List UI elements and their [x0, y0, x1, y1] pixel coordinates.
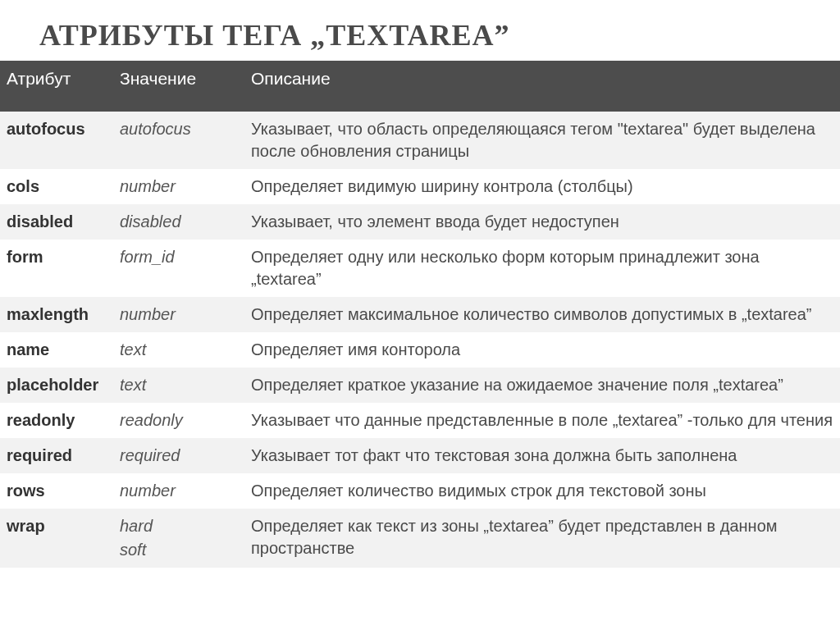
- col-description: Описание: [244, 61, 840, 112]
- table-row: maxlengthnumberОпределяет максимальное к…: [0, 297, 840, 332]
- col-attribute: Атрибут: [0, 61, 113, 112]
- cell-description: Определяет одну или несколько форм котор…: [244, 240, 840, 297]
- cell-value: hardsoft: [113, 509, 244, 568]
- cell-description: Определяет как текст из зоны „textarea” …: [244, 509, 840, 568]
- cell-value: form_id: [113, 240, 244, 297]
- cell-value-extra: soft: [120, 537, 238, 561]
- table-row: autofocusautofocusУказывает, что область…: [0, 112, 840, 169]
- cell-attribute: wrap: [0, 509, 113, 568]
- table-row: requiredrequiredУказывает тот факт что т…: [0, 438, 840, 473]
- cell-attribute: maxlength: [0, 297, 113, 332]
- slide-title: АТРИБУТЫ ТЕГА „TEXTAREA”: [0, 0, 840, 61]
- table-header-row: Атрибут Значение Описание: [0, 61, 840, 112]
- table-row: rowsnumberОпределяет количество видимых …: [0, 473, 840, 509]
- cell-description: Указывает что данные представленные в по…: [244, 403, 840, 438]
- table-row: wraphardsoftОпределяет как текст из зоны…: [0, 509, 840, 568]
- cell-attribute: cols: [0, 169, 113, 204]
- table-row: colsnumberОпределяет видимую ширину конт…: [0, 169, 840, 204]
- cell-value: required: [113, 438, 244, 473]
- cell-value: number: [113, 297, 244, 332]
- cell-description: Указывает, что элемент ввода будет недос…: [244, 204, 840, 240]
- table-row: disableddisabledУказывает, что элемент в…: [0, 204, 840, 240]
- cell-description: Определяет максимальное количество симво…: [244, 297, 840, 332]
- cell-description: Определяет количество видимых строк для …: [244, 473, 840, 509]
- cell-attribute: required: [0, 438, 113, 473]
- table-row: nametextОпределяет имя конторола: [0, 332, 840, 368]
- cell-attribute: placeholder: [0, 368, 113, 403]
- cell-attribute: readonly: [0, 403, 113, 438]
- cell-value: disabled: [113, 204, 244, 240]
- cell-description: Определяет краткое указание на ожидаемое…: [244, 368, 840, 403]
- col-value: Значение: [113, 61, 244, 112]
- cell-value: number: [113, 473, 244, 509]
- cell-description: Указывает, что область определяющаяся те…: [244, 112, 840, 169]
- cell-description: Определяет имя конторола: [244, 332, 840, 368]
- cell-attribute: disabled: [0, 204, 113, 240]
- cell-attribute: rows: [0, 473, 113, 509]
- table-row: placeholdertextОпределяет краткое указан…: [0, 368, 840, 403]
- cell-attribute: autofocus: [0, 112, 113, 169]
- cell-attribute: form: [0, 240, 113, 297]
- cell-value: readonly: [113, 403, 244, 438]
- attributes-table: Атрибут Значение Описание autofocusautof…: [0, 61, 840, 568]
- cell-value: autofocus: [113, 112, 244, 169]
- table-row: formform_idОпределяет одну или несколько…: [0, 240, 840, 297]
- cell-attribute: name: [0, 332, 113, 368]
- cell-description: Определяет видимую ширину контрола (стол…: [244, 169, 840, 204]
- cell-value: text: [113, 332, 244, 368]
- cell-description: Указывает тот факт что текстовая зона до…: [244, 438, 840, 473]
- cell-value: text: [113, 368, 244, 403]
- table-row: readonlyreadonlyУказывает что данные пре…: [0, 403, 840, 438]
- cell-value: number: [113, 169, 244, 204]
